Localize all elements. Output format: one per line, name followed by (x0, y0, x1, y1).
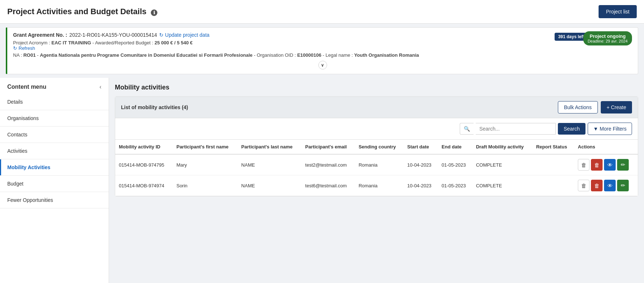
more-filters-button[interactable]: ▼ More Filters (588, 123, 632, 135)
cell-email: test6@testmail.com (302, 175, 355, 196)
org-oid-label: Organisation OID : (257, 52, 296, 58)
create-button[interactable]: + Create (601, 101, 632, 113)
legal-name: Youth Organisation Romania (354, 52, 419, 58)
bulk-actions-button[interactable]: Bulk Actions (558, 101, 598, 113)
sidebar-item-contacts: Contacts (0, 127, 109, 143)
deadline: Deadline: 29 avr. 2024 (588, 39, 628, 43)
project-status: Project ongoing (588, 33, 628, 39)
sidebar-item-budget: Budget (0, 176, 109, 192)
cell-end-date: 01-05-2023 (438, 154, 472, 175)
col-mobility-id: Mobility activity ID (115, 140, 173, 154)
refresh-link[interactable]: ↻ Refresh (13, 45, 632, 51)
edit-button[interactable]: ✏ (617, 180, 629, 191)
cell-sending-country: Romania (355, 175, 404, 196)
table-body: 015414-MOB-974795 Mary NAME test2@testma… (115, 154, 638, 196)
main-layout: Content menu ‹ Details Organisations Con… (0, 78, 644, 283)
cell-email: test2@testmail.com (302, 154, 355, 175)
search-input[interactable] (476, 123, 556, 135)
sidebar-link-details[interactable]: Details (0, 94, 109, 110)
page-header: Project Activities and Budget Details ℹ … (0, 0, 644, 24)
view-button[interactable]: 👁 (604, 180, 616, 191)
sidebar-link-activities[interactable]: Activities (0, 143, 109, 159)
delete-button[interactable]: 🗑 (591, 159, 603, 171)
info-box: Grant Agreement No. : 2022-1-RO01-KA155-… (6, 27, 638, 74)
awarded-budget: 25 000 € / 5 540 € (154, 40, 193, 45)
content-area: Mobility activities List of mobility act… (109, 78, 644, 283)
cell-start-date: 10-04-2023 (404, 175, 438, 196)
project-acronym-label: Project Acronym : (13, 40, 50, 45)
search-bar: 🔍 Search ▼ More Filters (115, 118, 638, 140)
sidebar-title: Content menu (7, 84, 47, 90)
sidebar-item-details: Details (0, 94, 109, 110)
cell-actions: 🗑 🗑 👁 ✏ (574, 175, 638, 196)
info-box-row1: Grant Agreement No. : 2022-1-RO01-KA155-… (13, 32, 632, 38)
info-box-row2: Project Acronym : EAC IT TRAINING - Awar… (13, 40, 632, 51)
sidebar-link-organisations[interactable]: Organisations (0, 110, 109, 126)
info-box-row3: NA : RO01 - Agentia Nationala pentru Pro… (13, 52, 632, 58)
cell-actions: 🗑 🗑 👁 ✏ (574, 154, 638, 175)
grant-number: 2022-1-RO01-KA155-YOU-000015414 (69, 32, 157, 38)
section-title: Mobility activities (115, 84, 638, 91)
col-actions: Actions (574, 140, 638, 154)
col-draft: Draft Mobility activity (472, 140, 533, 154)
page-title-text: Project Activities and Budget Details (7, 7, 146, 16)
search-icon: 🔍 (464, 126, 470, 132)
col-email: Participant's email (302, 140, 355, 154)
sidebar-collapse-button[interactable]: ‹ (100, 84, 101, 90)
sidebar-nav: Details Organisations Contacts Activitie… (0, 94, 109, 208)
update-project-link[interactable]: ↻ Update project data (159, 32, 209, 38)
view-button[interactable]: 👁 (604, 159, 616, 171)
sidebar-item-mobility-activities: Mobility Activities (0, 159, 109, 176)
duplicate-button[interactable]: 🗑 (578, 159, 589, 171)
search-button[interactable]: Search (558, 123, 585, 135)
table-row: 015414-MOB-974974 Sorin NAME test6@testm… (115, 175, 638, 196)
grant-label: Grant Agreement No. : (13, 32, 67, 38)
duplicate-button[interactable]: 🗑 (578, 180, 589, 191)
edit-button[interactable]: ✏ (617, 159, 629, 171)
action-buttons: 🗑 🗑 👁 ✏ (578, 180, 634, 191)
search-icon-button[interactable]: 🔍 (460, 123, 474, 135)
col-sending-country: Sending country (355, 140, 404, 154)
cell-last-name: NAME (238, 154, 302, 175)
cell-mobility-id: 015414-MOB-974974 (115, 175, 173, 196)
org-oid: E10000106 (297, 52, 322, 58)
mobility-table: Mobility activity ID Participant's first… (115, 140, 638, 196)
cell-last-name: NAME (238, 175, 302, 196)
col-last-name: Participant's last name (238, 140, 302, 154)
table-row: 015414-MOB-974795 Mary NAME test2@testma… (115, 154, 638, 175)
project-list-button[interactable]: Project list (599, 5, 637, 18)
sidebar-link-budget[interactable]: Budget (0, 176, 109, 192)
info-icon[interactable]: ℹ (151, 9, 157, 16)
col-first-name: Participant's first name (173, 140, 237, 154)
mobility-table-card: List of mobility activities (4) Bulk Act… (115, 96, 638, 196)
page-title: Project Activities and Budget Details ℹ (7, 7, 157, 16)
na-name: Agentia Nationala pentru Programe Comuni… (40, 52, 253, 58)
col-end-date: End date (438, 140, 472, 154)
cell-first-name: Sorin (173, 175, 237, 196)
list-count-label: List of mobility activities (4) (121, 104, 188, 110)
col-start-date: Start date (404, 140, 438, 154)
filter-icon: ▼ (593, 126, 598, 132)
delete-button[interactable]: 🗑 (591, 180, 603, 191)
col-report-status: Report Status (532, 140, 574, 154)
cell-end-date: 01-05-2023 (438, 175, 472, 196)
project-acronym: EAC IT TRAINING (52, 40, 91, 45)
cell-draft: COMPLETE (472, 175, 533, 196)
awarded-label: Awarded/Reported Budget : (95, 40, 153, 45)
na-label: NA : (13, 52, 22, 58)
cell-report-status (532, 154, 574, 175)
sidebar-link-mobility-activities[interactable]: Mobility Activities (0, 159, 109, 175)
cell-first-name: Mary (173, 154, 237, 175)
project-ongoing-badge: Project ongoing Deadline: 29 avr. 2024 (583, 31, 632, 45)
na-code: RO01 (23, 52, 36, 58)
header-buttons: Bulk Actions + Create (558, 101, 632, 113)
info-box-collapse-button[interactable]: ∨ (318, 61, 327, 69)
sidebar-link-fewer-opportunities[interactable]: Fewer Opportunities (0, 192, 109, 208)
legal-name-label: Legal name : (326, 52, 353, 58)
refresh-icon: ↻ (13, 45, 17, 51)
action-buttons: 🗑 🗑 👁 ✏ (578, 159, 634, 171)
sidebar-item-organisations: Organisations (0, 110, 109, 127)
collapse-row: ∨ (13, 61, 632, 69)
sidebar-item-activities: Activities (0, 143, 109, 159)
sidebar-link-contacts[interactable]: Contacts (0, 127, 109, 143)
